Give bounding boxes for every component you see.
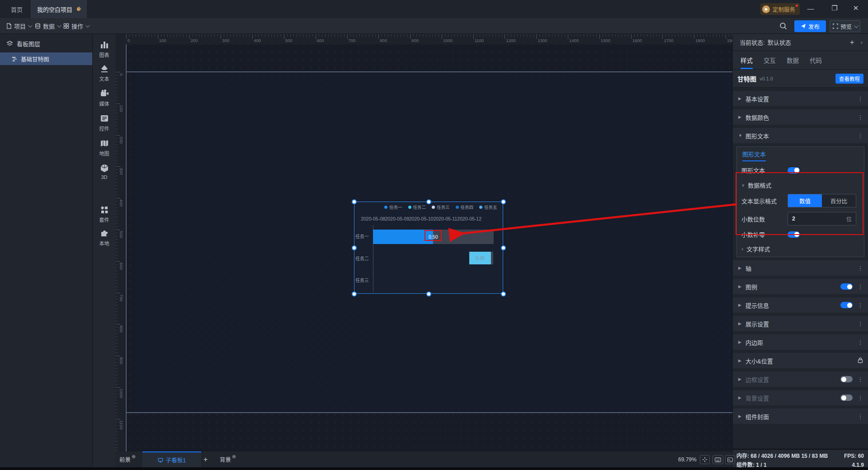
panel-tab-代码[interactable]: 代码 — [810, 51, 822, 69]
selection-handle[interactable] — [501, 199, 506, 204]
expand-icon[interactable]: ▶ — [738, 115, 745, 119]
kebab-menu-icon[interactable]: ⋮ — [857, 114, 863, 121]
search-icon[interactable] — [779, 22, 787, 30]
menu-data[interactable]: 数据 — [35, 18, 60, 33]
vip-service-badge[interactable]: ◆ 定制服务 — [760, 3, 800, 15]
text-style-group[interactable]: › 文字样式 — [741, 244, 859, 253]
expand-icon[interactable]: ▶ — [738, 414, 745, 418]
kebab-menu-icon[interactable]: ⋮ — [857, 283, 863, 290]
add-circle-icon[interactable]: ⊕ — [132, 454, 136, 460]
expand-states-button[interactable]: › — [861, 39, 863, 46]
legend-item[interactable]: 任务四 — [456, 204, 474, 210]
lock-icon[interactable] — [857, 357, 863, 365]
sub-board-tab[interactable]: 子看板1 — [142, 451, 201, 467]
panel-tab-交互[interactable]: 交互 — [764, 51, 776, 69]
add-circle-icon[interactable]: ⊕ — [232, 454, 236, 460]
toolbar-item-套件[interactable]: 套件 — [93, 205, 116, 223]
minimize-button[interactable]: — — [802, 0, 820, 16]
section-边框设置[interactable]: ▶边框设置⋮ — [733, 371, 868, 387]
kebab-menu-icon[interactable]: ⋮ — [857, 95, 863, 102]
shortcut-keys-button[interactable] — [712, 455, 723, 464]
section-基本设置[interactable]: ▶基本设置⋮ — [733, 91, 868, 106]
toolbar-item-本地[interactable]: 本地 — [93, 228, 116, 247]
kebab-menu-icon[interactable]: ⋮ — [857, 302, 863, 309]
section-toggle[interactable] — [840, 283, 853, 290]
toolbar-item-地图[interactable]: 地图 — [93, 138, 116, 157]
section-背景设置[interactable]: ▶背景设置⋮ — [733, 390, 868, 405]
expand-icon[interactable]: ▶ — [738, 303, 745, 307]
section-数据颜色[interactable]: ▶数据颜色⋮ — [733, 109, 868, 125]
menu-project[interactable]: 项目 — [6, 18, 31, 33]
kebab-menu-icon[interactable]: ⋮ — [857, 376, 863, 383]
section-内边距[interactable]: ▶内边距⋮ — [733, 334, 868, 350]
background-button[interactable]: 背景⊕ — [220, 451, 236, 467]
panel-tab-样式[interactable]: 样式 — [741, 51, 753, 69]
section-toggle[interactable] — [840, 376, 853, 382]
toolbar-item-控件[interactable]: 控件 — [93, 113, 116, 132]
selection-handle[interactable] — [352, 245, 357, 250]
expand-icon[interactable]: ▶ — [738, 284, 745, 289]
add-board-button[interactable]: + — [203, 451, 208, 467]
kebab-menu-icon[interactable]: ⋮ — [857, 132, 863, 139]
foreground-button[interactable]: 前景⊕ — [119, 451, 136, 467]
collapse-icon[interactable]: ▼ — [738, 133, 745, 138]
selection-handle[interactable] — [352, 291, 357, 296]
kebab-menu-icon[interactable]: ⋮ — [857, 339, 863, 346]
legend-item[interactable]: 任务三 — [432, 204, 450, 210]
legend-item[interactable]: 任务五 — [479, 204, 497, 210]
section-提示信息[interactable]: ▶提示信息⋮ — [733, 297, 868, 313]
kebab-menu-icon[interactable]: ⋮ — [857, 413, 863, 420]
zoom-level[interactable]: 69.79% — [678, 451, 697, 467]
legend-item[interactable]: 任务二 — [408, 204, 426, 210]
expand-icon[interactable]: ▶ — [738, 266, 745, 270]
expand-icon[interactable]: ▶ — [738, 321, 745, 326]
gantt-bar-remainder — [491, 252, 493, 264]
section-组件封面[interactable]: ▶组件封面⋮ — [733, 409, 868, 424]
kebab-menu-icon[interactable]: ⋮ — [857, 320, 863, 327]
expand-icon[interactable]: ▶ — [738, 395, 745, 400]
ruler-number: 0 — [119, 73, 124, 75]
section-toggle[interactable] — [840, 395, 853, 401]
expand-icon[interactable]: ▶ — [738, 358, 745, 363]
expand-icon[interactable]: ▶ — [738, 377, 745, 381]
section-toggle[interactable] — [840, 302, 853, 308]
design-canvas[interactable]: 任务一任务二任务三任务四任务五 2020-05-082020-05-092020… — [125, 44, 732, 452]
add-state-button[interactable]: + — [850, 38, 854, 47]
chevron-down-icon — [57, 23, 61, 28]
selection-handle[interactable] — [501, 245, 506, 250]
expand-icon[interactable]: ▶ — [738, 96, 745, 101]
toolbar-item-3D[interactable]: 3D — [93, 163, 116, 180]
section-轴[interactable]: ▶轴⋮ — [733, 260, 868, 276]
menu-actions[interactable]: 操作 — [63, 18, 89, 33]
panel-tab-数据[interactable]: 数据 — [787, 51, 799, 69]
expand-icon[interactable]: ▶ — [738, 340, 745, 344]
section-图形文本[interactable]: ▼图形文本⋮ — [733, 128, 868, 143]
fps-value: 60 — [858, 453, 864, 459]
toolbar-item-图表[interactable]: 图表 — [93, 40, 116, 58]
maximize-button[interactable]: ❐ — [826, 0, 844, 16]
new-tab-button[interactable]: + — [77, 4, 82, 14]
gantt-bar[interactable]: 0.30 — [469, 252, 493, 264]
tab-home[interactable]: 首页 — [5, 0, 28, 18]
tutorial-button[interactable]: 查看教程 — [835, 74, 863, 84]
console-button[interactable] — [725, 455, 735, 464]
section-图例[interactable]: ▶图例⋮ — [733, 279, 868, 294]
layer-item-gantt[interactable]: 基础甘特图 — [0, 52, 92, 65]
selection-handle[interactable] — [426, 291, 431, 296]
selection-handle[interactable] — [501, 291, 506, 296]
graphic-text-subtab[interactable]: 图形文本 — [742, 150, 766, 161]
gantt-component[interactable]: 任务一任务二任务三任务四任务五 2020-05-082020-05-092020… — [354, 202, 503, 294]
fit-screen-button[interactable] — [700, 455, 710, 464]
preview-button[interactable]: 预览 — [830, 20, 860, 32]
legend-item[interactable]: 任务一 — [384, 204, 402, 210]
close-button[interactable]: ✕ — [847, 0, 865, 16]
section-大小&位置[interactable]: ▶大小&位置 — [733, 353, 868, 368]
kebab-menu-icon[interactable]: ⋮ — [857, 265, 863, 272]
kebab-menu-icon[interactable]: ⋮ — [857, 395, 863, 401]
publish-button[interactable]: 发布 — [794, 20, 826, 32]
toolbar-item-文本[interactable]: 文本 — [93, 64, 116, 82]
toolbar-item-媒体[interactable]: 媒体 — [93, 89, 116, 107]
selection-handle[interactable] — [352, 199, 357, 204]
section-展示设置[interactable]: ▶展示设置⋮ — [733, 316, 868, 331]
selection-handle[interactable] — [426, 199, 431, 204]
